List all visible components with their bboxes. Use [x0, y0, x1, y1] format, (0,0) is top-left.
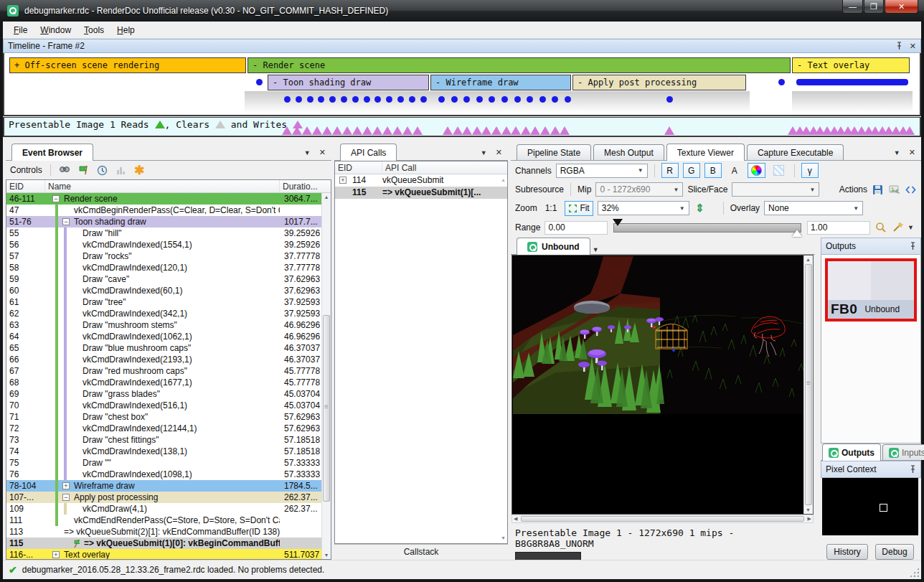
event-row[interactable]: 109vkCmdDraw(4,1)262.37... — [6, 503, 321, 515]
tab-mesh-output[interactable]: Mesh Output — [593, 144, 664, 160]
tab-texture-viewer[interactable]: Texture Viewer — [666, 144, 745, 161]
menu-file[interactable]: File — [7, 23, 34, 37]
history-button[interactable]: History — [826, 544, 868, 560]
draw-event-dot[interactable] — [451, 96, 458, 103]
panel-menu-icon[interactable]: ▼ — [304, 149, 311, 156]
scrollbar-thumb[interactable] — [805, 264, 812, 505]
zoom-range-icon[interactable] — [874, 222, 887, 234]
api-list-header[interactable]: EID API Call — [335, 161, 507, 174]
event-row[interactable]: 75Draw ""57.33333 — [6, 457, 321, 469]
draw-event-dot[interactable] — [438, 96, 445, 103]
tab-event-browser[interactable]: Event Browser — [11, 144, 93, 161]
menu-window[interactable]: Window — [34, 23, 77, 37]
maximize-button[interactable]: ❐ — [864, 0, 884, 14]
expand-expander[interactable]: + — [52, 551, 60, 558]
duration-graph-icon[interactable] — [115, 164, 127, 177]
draw-event-dot[interactable] — [364, 96, 370, 103]
event-row[interactable]: 78-104+Wireframe draw1784.5... — [6, 480, 321, 492]
alpha-channel-toggle[interactable]: A — [726, 163, 743, 178]
collapse-expander[interactable]: − — [62, 218, 70, 225]
panel-menu-icon[interactable]: ▼ — [481, 149, 487, 156]
pin-icon[interactable] — [910, 242, 916, 250]
close-button[interactable]: ✕ — [885, 0, 918, 14]
timeline-bar[interactable]: - Toon shading draw — [268, 75, 429, 90]
red-channel-toggle[interactable]: R — [661, 163, 679, 178]
pixel-context-view[interactable] — [822, 478, 918, 535]
range-slider[interactable] — [613, 223, 801, 233]
find-icon[interactable] — [59, 164, 71, 177]
viewport-hscrollbar[interactable]: ◀ ▶ — [512, 515, 814, 523]
event-row[interactable]: 57Draw "rocks"37.77778 — [6, 250, 321, 262]
callstack-section[interactable]: Callstack — [334, 544, 508, 560]
event-row[interactable]: 65Draw "blue mushroom caps"46.37037 — [6, 342, 321, 354]
minimize-button[interactable]: — — [842, 0, 863, 14]
close-panel-icon[interactable]: ✕ — [910, 42, 916, 51]
event-row[interactable]: 70vkCmdDrawIndexed(516,1)45.03704 — [6, 400, 321, 411]
event-row[interactable]: 62vkCmdDrawIndexed(342,1)37.92593 — [6, 308, 321, 319]
expand-expander[interactable]: + — [339, 177, 346, 184]
tab-capture-executable[interactable]: Capture Executable — [747, 144, 844, 160]
texture-tab-list-icon[interactable]: ▼ — [593, 246, 599, 253]
autofit-range-icon[interactable] — [891, 222, 903, 234]
resize-grip[interactable] — [910, 568, 919, 577]
timeline-canvas[interactable]: + Off-screen scene rendering- Render sce… — [3, 53, 921, 116]
event-row[interactable]: 58vkCmdDrawIndexed(120,1)37.77778 — [6, 262, 321, 273]
event-row[interactable]: 63Draw "mushroom stems"46.96296 — [6, 319, 321, 331]
event-row[interactable]: 61Draw "tree"37.92593 — [6, 296, 321, 308]
draw-event-dot[interactable] — [778, 79, 785, 85]
event-row[interactable]: 107-...−Apply post processing262.37... — [6, 492, 321, 503]
event-list-header[interactable]: EID Name Duratio... — [6, 180, 331, 193]
tab-inputs[interactable]: Inputs — [882, 444, 924, 460]
scrollbar-thumb[interactable] — [323, 315, 330, 502]
range-black-handle[interactable] — [613, 219, 623, 226]
expand-expander[interactable]: + — [62, 482, 70, 489]
pin-icon[interactable] — [896, 42, 902, 50]
debug-button[interactable]: Debug — [875, 544, 914, 560]
range-max-input[interactable]: 1.00 — [807, 221, 870, 235]
jump-to-event-icon[interactable] — [77, 164, 90, 177]
viewport-vscrollbar[interactable]: ▲ ▼ — [803, 255, 813, 514]
tab-pipeline-state[interactable]: Pipeline State — [517, 144, 591, 160]
draw-event-dot[interactable] — [501, 96, 508, 103]
blue-channel-toggle[interactable]: B — [704, 163, 722, 178]
draw-event-dot[interactable] — [476, 96, 483, 103]
gamma-toggle[interactable]: γ — [801, 163, 819, 178]
event-row[interactable]: 67Draw "red mushroom caps"45.77778 — [6, 365, 321, 377]
open-texture-list-icon[interactable] — [888, 184, 900, 196]
zoom-1to1-button[interactable]: 1:1 — [542, 201, 561, 216]
scrollbar-thumb[interactable] — [521, 516, 804, 522]
timeline-bar[interactable]: - Text overlay — [792, 57, 910, 73]
event-row[interactable]: 47vkCmdBeginRenderPass(C=Clear, D=Clear,… — [6, 205, 321, 216]
draw-events-pill[interactable] — [796, 79, 908, 85]
api-call-row[interactable]: 115=> vkQueueSubmit(1)[... — [335, 187, 507, 199]
time-draws-icon[interactable] — [96, 164, 108, 177]
close-panel-icon[interactable]: ✕ — [496, 148, 502, 157]
tab-api-calls[interactable]: API Calls — [340, 144, 397, 161]
tab-outputs[interactable]: Outputs — [822, 443, 881, 461]
event-row[interactable]: 64vkCmdDrawIndexed(1062,1)46.96296 — [6, 331, 321, 342]
slice-face-dropdown[interactable]: ▼ — [732, 182, 819, 197]
event-row[interactable]: 51-76−Toon shading draw1017.7... — [6, 216, 321, 227]
event-row[interactable]: 113=> vkQueueSubmit(2)[1]: vkEndCommandB… — [6, 526, 321, 538]
flip-y-icon[interactable]: ⇕ — [694, 202, 706, 215]
draw-event-dot[interactable] — [539, 96, 546, 103]
texture-tab-unbound[interactable]: Unbound — [517, 238, 590, 255]
scroll-down-icon[interactable]: ▼ — [501, 535, 506, 540]
event-row[interactable]: 60vkCmdDrawIndexed(60,1)37.62963 — [6, 285, 321, 296]
timeline-bar[interactable]: - Render scene — [248, 57, 791, 73]
overlay-dropdown[interactable]: None▼ — [764, 201, 863, 215]
event-row[interactable]: 59Draw "cave"37.62963 — [6, 273, 321, 285]
close-panel-icon[interactable]: ✕ — [319, 148, 326, 157]
collapse-expander[interactable]: − — [52, 195, 60, 202]
collapse-expander[interactable]: − — [62, 494, 70, 501]
fb0-thumbnail[interactable]: FB0 Unbound — [825, 258, 917, 321]
draw-event-dot[interactable] — [341, 96, 347, 103]
timeline-bar[interactable]: + Off-screen scene rendering — [9, 57, 246, 73]
range-min-input[interactable]: 0.00 — [544, 221, 608, 235]
save-texture-icon[interactable] — [872, 184, 884, 196]
event-row[interactable]: 76vkCmdDrawIndexed(1098,1)57.33333 — [6, 469, 321, 480]
mip-dropdown[interactable]: 0 - 1272x690▼ — [595, 182, 683, 197]
zoom-dropdown[interactable]: 32%▼ — [598, 201, 689, 215]
pin-icon[interactable] — [910, 465, 916, 474]
range-options-icon[interactable]: ▼ — [908, 224, 914, 231]
